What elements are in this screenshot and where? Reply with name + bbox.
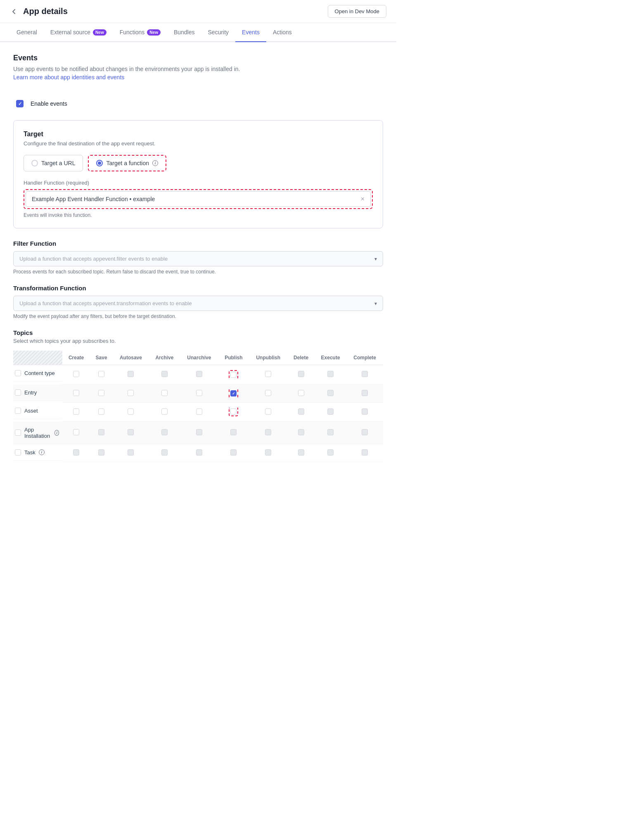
entry-publish-cb[interactable] <box>230 390 237 396</box>
row-entry: Entry <box>13 385 62 401</box>
app-installation-create-cb[interactable] <box>73 429 79 435</box>
asset-save-cb[interactable] <box>98 408 104 415</box>
entry-execute <box>315 385 347 403</box>
tab-actions[interactable]: Actions <box>266 23 298 42</box>
col-publish: Publish <box>218 351 249 365</box>
tab-bundles[interactable]: Bundles <box>167 23 201 42</box>
content-type-delete-cb <box>298 371 304 377</box>
col-create: Create <box>62 351 90 365</box>
asset-publish-cb[interactable] <box>230 408 237 415</box>
back-button[interactable] <box>10 7 18 16</box>
task-complete <box>346 444 383 462</box>
content-type-publish-cb[interactable] <box>230 372 237 378</box>
entry-archive-cb[interactable] <box>161 390 168 396</box>
filter-function-placeholder: Upload a function that accepts appevent.… <box>19 256 168 262</box>
content-type-autosave <box>113 365 149 385</box>
target-function-option[interactable]: Target a function i <box>88 155 166 171</box>
enable-events-checkbox[interactable] <box>13 97 26 110</box>
asset-autosave-cb[interactable] <box>128 408 134 415</box>
tab-external-source[interactable]: External source New <box>44 23 113 42</box>
content-type-select-all[interactable] <box>15 370 21 376</box>
table-row: Entry <box>13 385 383 403</box>
app-installation-execute <box>315 422 347 444</box>
asset-execute <box>315 403 347 422</box>
task-info-icon[interactable]: i <box>39 449 45 455</box>
asset-archive-cb[interactable] <box>161 408 168 415</box>
asset-unpublish <box>249 403 288 422</box>
task-execute <box>315 444 347 462</box>
topics-section: Topics Select which topics your app subs… <box>13 329 383 462</box>
content-type-create <box>62 365 90 385</box>
entry-execute-cb <box>327 390 334 396</box>
app-installation-execute-cb <box>327 429 334 435</box>
app-installation-info-icon[interactable]: i <box>54 430 59 436</box>
header: App details Open in Dev Mode <box>0 0 396 23</box>
topics-empty-header <box>13 351 62 365</box>
table-row: Task i <box>13 444 383 462</box>
transformation-function-placeholder: Upload a function that accepts appevent.… <box>19 300 192 306</box>
target-function-info-icon[interactable]: i <box>152 160 158 166</box>
content-type-create-cb[interactable] <box>73 371 79 377</box>
content-type-publish <box>218 365 249 385</box>
handler-function-clear-button[interactable]: × <box>361 196 365 202</box>
content-type-delete <box>288 365 315 385</box>
handler-function-hint: Events will invoke this function. <box>24 212 373 218</box>
open-dev-mode-button[interactable]: Open in Dev Mode <box>328 5 386 18</box>
page-title: App details <box>23 7 68 16</box>
row-asset: Asset <box>13 403 62 419</box>
table-row: Asset <box>13 403 383 422</box>
filter-function-dropdown[interactable]: Upload a function that accepts appevent.… <box>13 251 383 266</box>
row-task: Task i <box>13 444 62 461</box>
target-function-radio <box>96 160 103 166</box>
transformation-function-label: Transformation Function <box>13 285 383 292</box>
target-card: Target Configure the final destination o… <box>13 120 383 228</box>
content-type-save <box>90 365 113 385</box>
task-create-cb <box>73 449 79 456</box>
target-url-radio <box>31 160 38 166</box>
content-type-unarchive <box>180 365 218 385</box>
asset-unarchive-cb[interactable] <box>196 408 202 415</box>
col-unarchive: Unarchive <box>180 351 218 365</box>
col-delete: Delete <box>288 351 315 365</box>
topics-table: Create Save Autosave Archive Unarchive P… <box>13 351 383 462</box>
transformation-function-dropdown[interactable]: Upload a function that accepts appevent.… <box>13 296 383 311</box>
task-execute-cb <box>327 449 334 456</box>
app-installation-unpublish-cb <box>265 429 271 435</box>
asset-create-cb[interactable] <box>73 408 79 415</box>
tab-general[interactable]: General <box>10 23 44 42</box>
task-autosave-cb <box>128 449 134 456</box>
tab-security[interactable]: Security <box>201 23 236 42</box>
task-select-all[interactable] <box>15 449 21 456</box>
content-type-unpublish-cb[interactable] <box>265 371 271 377</box>
target-card-description: Configure the final destination of the a… <box>24 140 373 147</box>
entry-archive <box>149 385 180 403</box>
asset-save <box>90 403 113 422</box>
entry-publish <box>218 385 249 403</box>
learn-more-link[interactable]: Learn more about app identities and even… <box>13 74 124 81</box>
handler-function-input[interactable]: Example App Event Handler Function • exa… <box>26 191 371 207</box>
entry-create-cb[interactable] <box>73 390 79 396</box>
entry-save-cb[interactable] <box>98 390 104 396</box>
entry-unpublish-cb[interactable] <box>265 390 271 396</box>
tab-functions[interactable]: Functions New <box>113 23 167 42</box>
asset-select-all[interactable] <box>15 408 21 414</box>
asset-unpublish-cb[interactable] <box>265 408 271 415</box>
asset-archive <box>149 403 180 422</box>
entry-autosave-cb[interactable] <box>128 390 134 396</box>
entry-delete-cb[interactable] <box>298 390 304 396</box>
row-content-type: Content type <box>13 365 62 382</box>
entry-select-all[interactable] <box>15 389 21 396</box>
target-url-label: Target a URL <box>41 160 75 166</box>
entry-unarchive-cb[interactable] <box>196 390 202 396</box>
task-unarchive-cb <box>196 449 202 456</box>
checkbox-checked-icon <box>16 100 24 107</box>
task-complete-cb <box>362 449 368 456</box>
app-installation-select-all[interactable] <box>15 430 21 436</box>
app-installation-delete <box>288 422 315 444</box>
content-type-archive-cb <box>161 371 168 377</box>
col-execute: Execute <box>315 351 347 365</box>
target-url-option[interactable]: Target a URL <box>24 155 83 171</box>
tab-events[interactable]: Events <box>235 23 266 42</box>
filter-function-section: Filter Function Upload a function that a… <box>13 240 383 275</box>
content-type-save-cb[interactable] <box>98 371 104 377</box>
